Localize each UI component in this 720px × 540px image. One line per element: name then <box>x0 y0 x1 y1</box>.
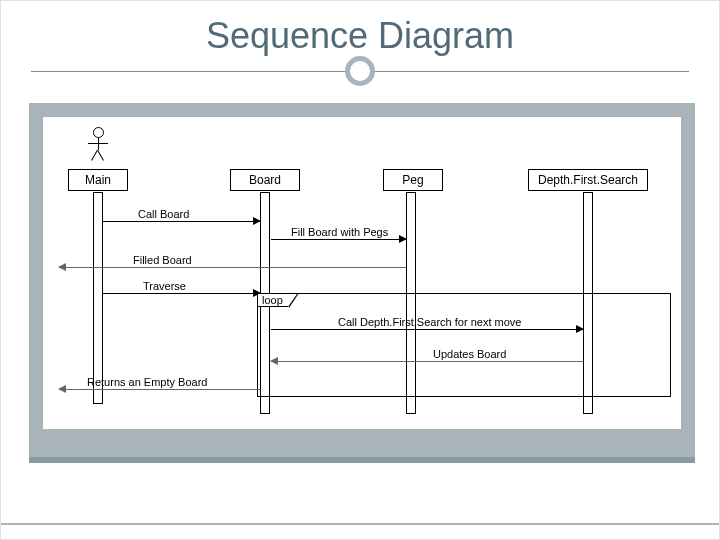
label-fill-board: Fill Board with Pegs <box>291 226 388 238</box>
loop-fragment: loop <box>257 293 671 397</box>
label-call-board: Call Board <box>138 208 189 220</box>
msg-updates-board <box>271 361 583 362</box>
lifeline-main: Main <box>68 169 128 191</box>
title-circle-icon <box>345 56 375 86</box>
label-updates-board: Updates Board <box>433 348 506 360</box>
lifeline-peg: Peg <box>383 169 443 191</box>
activation-main <box>93 192 103 404</box>
page-title: Sequence Diagram <box>1 15 719 57</box>
sequence-diagram: Main Board Peg Depth.First.Search Call B… <box>43 117 681 429</box>
msg-fill-board <box>271 239 406 240</box>
msg-call-dfs <box>271 329 583 330</box>
actor-icon <box>86 127 110 167</box>
msg-call-board <box>103 221 260 222</box>
bottom-rule <box>1 523 719 525</box>
label-returns-empty: Returns an Empty Board <box>87 376 207 388</box>
msg-traverse <box>103 293 260 294</box>
loop-label: loop <box>257 293 289 307</box>
msg-returns-empty <box>59 389 260 390</box>
msg-filled-board <box>59 267 406 268</box>
diagram-frame: Main Board Peg Depth.First.Search Call B… <box>29 103 695 463</box>
label-filled-board: Filled Board <box>133 254 192 266</box>
lifeline-board: Board <box>230 169 300 191</box>
label-traverse: Traverse <box>143 280 186 292</box>
lifeline-dfs: Depth.First.Search <box>528 169 648 191</box>
label-call-dfs: Call Depth.First.Search for next move <box>338 316 521 328</box>
